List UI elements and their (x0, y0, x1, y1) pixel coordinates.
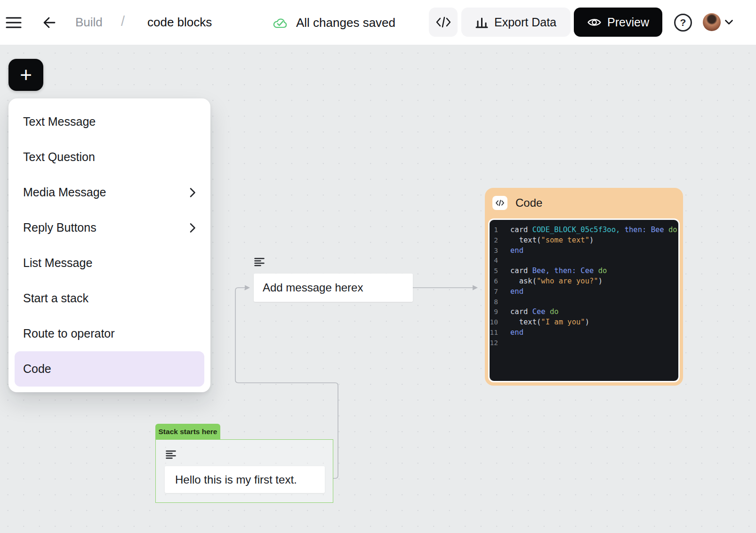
code-line: 7end (490, 287, 678, 297)
code-line: 11end (490, 328, 678, 338)
breadcrumb-separator: / (121, 14, 125, 29)
cloud-check-icon (272, 16, 289, 29)
arrowhead (245, 285, 250, 291)
menu-item-label: Reply Buttons (23, 221, 97, 234)
bar-chart-icon (475, 16, 488, 28)
line-content: end (510, 246, 523, 256)
line-number: 4 (490, 256, 510, 266)
line-number: 9 (490, 307, 510, 317)
menu-item-label: Text Question (23, 150, 95, 164)
line-content: card Cee do (510, 307, 559, 317)
chevron-right-icon (190, 187, 196, 198)
code-line: 10 text("I am you") (490, 317, 678, 328)
line-number: 1 (490, 225, 510, 235)
code-line: 8 (490, 297, 678, 307)
topbar: Build / code blocks All changes saved Ex… (0, 0, 756, 45)
menu-item-media-message[interactable]: Media Message (8, 175, 210, 210)
code-node-icon-chip (492, 196, 507, 210)
line-content: ask("who are you?") (510, 276, 603, 287)
line-number: 8 (490, 297, 510, 307)
line-number: 2 (490, 235, 510, 246)
user-avatar[interactable] (703, 13, 721, 31)
line-number: 6 (490, 276, 510, 287)
line-content: card CODE_BLOCK_05c5f3oo, then: Bee do (510, 225, 677, 235)
add-block-button[interactable]: + (8, 59, 43, 91)
menu-item-text-message[interactable]: Text Message (8, 104, 210, 139)
first-text-label: Hello this is my first text. (175, 473, 297, 486)
chevron-right-icon (190, 223, 196, 233)
preview-label: Preview (607, 16, 649, 29)
save-status: All changes saved (272, 0, 395, 45)
code-line: 12 (490, 338, 678, 348)
line-content: text("I am you") (510, 317, 589, 328)
code-node-header: Code (485, 188, 683, 218)
question-mark-icon: ? (680, 17, 686, 28)
add-message-text: Add message herex (263, 281, 363, 294)
text-lines-icon (254, 258, 265, 266)
menu-item-reply-buttons[interactable]: Reply Buttons (8, 210, 210, 245)
block-menu: Text MessageText QuestionMedia MessageRe… (8, 98, 210, 392)
menu-item-text-question[interactable]: Text Question (8, 139, 210, 175)
menu-item-start-a-stack[interactable]: Start a stack (8, 281, 210, 316)
arrow-left-icon (42, 15, 57, 30)
line-content: text("some text") (510, 235, 594, 246)
arrowhead (473, 285, 478, 291)
hamburger-menu-button[interactable] (4, 13, 24, 32)
menu-item-label: List Message (23, 256, 92, 270)
eye-icon (587, 17, 602, 28)
menu-item-label: Code (23, 362, 51, 376)
code-editor[interactable]: 1card CODE_BLOCK_05c5f3oo, then: Bee do2… (488, 218, 680, 382)
save-status-text: All changes saved (296, 16, 395, 30)
code-view-button[interactable] (429, 8, 458, 37)
menu-item-code[interactable]: Code (15, 351, 204, 387)
plus-icon: + (20, 65, 32, 85)
stack-container[interactable]: Hello this is my first text. (155, 439, 333, 503)
menu-item-label: Start a stack (23, 291, 88, 305)
menu-item-label: Route to operator (23, 327, 115, 340)
code-line: 6 ask("who are you?") (490, 276, 678, 287)
export-data-button[interactable]: Export Data (461, 8, 571, 37)
line-number: 5 (490, 266, 510, 276)
code-editor-lines: 1card CODE_BLOCK_05c5f3oo, then: Bee do2… (490, 225, 678, 348)
code-line: 9card Cee do (490, 307, 678, 317)
text-lines-icon (166, 450, 177, 459)
menu-item-list-message[interactable]: List Message (8, 245, 210, 281)
export-data-label: Export Data (494, 16, 556, 29)
chevron-down-icon[interactable] (724, 19, 733, 25)
code-line: 2 text("some text") (490, 235, 678, 246)
menu-item-route-to-operator[interactable]: Route to operator (8, 316, 210, 351)
code-brackets-icon (435, 16, 451, 28)
back-button[interactable] (40, 13, 59, 32)
code-line: 5card Bee, then: Cee do (490, 266, 678, 276)
hamburger-icon (6, 16, 22, 30)
line-number: 10 (490, 317, 510, 328)
line-number: 11 (490, 328, 510, 338)
line-number: 7 (490, 287, 510, 297)
add-message-node[interactable]: Add message herex (254, 274, 413, 302)
code-line: 1card CODE_BLOCK_05c5f3oo, then: Bee do (490, 225, 678, 235)
line-content: end (510, 328, 523, 338)
preview-button[interactable]: Preview (574, 8, 662, 37)
line-content: card Bee, then: Cee do (510, 266, 607, 276)
line-content: end (510, 287, 523, 297)
first-text-node[interactable]: Hello this is my first text. (165, 466, 325, 493)
canvas[interactable]: + Text MessageText QuestionMedia Message… (0, 45, 756, 533)
code-node[interactable]: Code 1card CODE_BLOCK_05c5f3oo, then: Be… (485, 188, 683, 386)
code-line: 3end (490, 246, 678, 256)
help-button[interactable]: ? (674, 14, 692, 32)
breadcrumb-root[interactable]: Build (75, 15, 103, 30)
page-title: code blocks (147, 15, 212, 30)
menu-item-label: Text Message (23, 115, 96, 129)
code-line: 4 (490, 256, 678, 266)
stack-start-badge: Stack starts here (155, 424, 220, 439)
line-number: 3 (490, 246, 510, 256)
code-brackets-icon (495, 200, 505, 206)
line-number: 12 (490, 338, 510, 348)
menu-item-label: Media Message (23, 186, 106, 199)
code-node-title: Code (515, 196, 542, 210)
